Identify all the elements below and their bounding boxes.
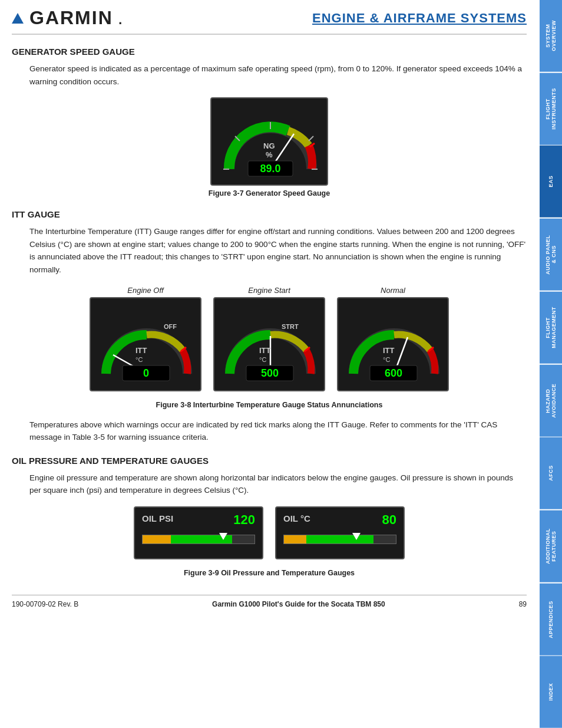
- page-title: ENGINE & AIRFRAME SYSTEMS: [312, 11, 527, 26]
- svg-text:%: %: [266, 150, 273, 159]
- generator-section-title: GENERATOR SPEED GAUGE: [12, 47, 527, 57]
- ng-gauge: NG % 89.0: [210, 97, 328, 186]
- footer-page-number: 89: [519, 600, 527, 608]
- itt-sublabel-0: Engine Off: [127, 286, 163, 295]
- sidebar: SYSTEMOVERVIEW FLIGHTINSTRUMENTS EAS AUD…: [540, 0, 562, 728]
- garmin-logo: GARMIN.: [12, 7, 123, 29]
- itt-sublabel-1: Engine Start: [248, 286, 290, 295]
- itt-gauge-wrapper-2: ITT °C 600: [337, 297, 449, 391]
- oil-temp-gauge: OIL °C 80: [275, 506, 405, 559]
- svg-text:89.0: 89.0: [260, 163, 280, 174]
- svg-text:°C: °C: [135, 356, 143, 363]
- footer-center: Garmin G1000 Pilot's Guide for the Socat…: [212, 600, 385, 608]
- svg-line-3: [309, 136, 313, 141]
- page-footer: 190-00709-02 Rev. B Garmin G1000 Pilot's…: [12, 595, 527, 608]
- itt-gauges-row: Engine Off OFF: [12, 286, 527, 391]
- oil-gauges-row: OIL PSI 120 OIL °C 80: [12, 506, 527, 559]
- svg-text:ITT: ITT: [383, 346, 395, 355]
- svg-text:ITT: ITT: [259, 346, 271, 355]
- oil-psi-bar-bg: [142, 535, 255, 544]
- svg-text:600: 600: [385, 367, 402, 379]
- itt-gauge-wrapper-0: OFF ITT °C 0: [90, 297, 201, 391]
- itt-gauge-engine-off: Engine Off OFF: [90, 286, 201, 391]
- oil-section-body: Engine oil pressure and temperature are …: [29, 472, 527, 497]
- svg-text:°C: °C: [259, 356, 266, 363]
- sidebar-tab-system-overview[interactable]: SYSTEMOVERVIEW: [540, 0, 562, 72]
- itt-section-title: ITT GAUGE: [12, 209, 527, 219]
- itt-gauge-engine-start: Engine Start STRT ITT: [213, 286, 325, 391]
- oil-psi-yellow-zone: [143, 535, 171, 543]
- generator-section-body: Generator speed is indicated as a percen…: [29, 62, 527, 88]
- sidebar-tab-index[interactable]: INDEX: [540, 656, 562, 728]
- itt-gauge-normal: Normal ITT °C: [337, 286, 449, 391]
- oil-temp-label: OIL °C: [283, 513, 310, 523]
- itt-section-body: The Interturbine Temperature (ITT) Gauge…: [29, 225, 527, 276]
- oil-temp-bar-bg: [283, 535, 396, 544]
- svg-text:STRT: STRT: [282, 323, 299, 330]
- svg-text:ITT: ITT: [135, 346, 147, 355]
- oil-psi-needle: [219, 533, 227, 546]
- sidebar-tab-audio-panel[interactable]: AUDIO PANEL& CNS: [540, 219, 562, 291]
- sidebar-tab-additional-features[interactable]: ADDITIONALFEATURES: [540, 510, 562, 582]
- oil-psi-value: 120: [233, 512, 255, 528]
- svg-text:OFF: OFF: [164, 323, 177, 330]
- itt-sublabel-2: Normal: [381, 286, 405, 295]
- itt-figure: Engine Off OFF: [12, 286, 527, 409]
- oil-psi-gauge: OIL PSI 120: [134, 506, 263, 559]
- generator-figure: NG % 89.0 Figure 3-7 Generator Speed Gau…: [12, 97, 527, 197]
- itt-gauge-svg-1: STRT ITT °C 500: [219, 303, 322, 388]
- itt-note: Temperatures above which warnings occur …: [29, 419, 527, 444]
- sidebar-tab-eas[interactable]: EAS: [540, 146, 562, 218]
- sidebar-tab-appendices[interactable]: APPENDICES: [540, 584, 562, 655]
- oil-psi-label: OIL PSI: [142, 513, 173, 523]
- itt-figure-caption: Figure 3-8 Interturbine Temperature Gaug…: [12, 401, 527, 409]
- sidebar-tab-flight-management[interactable]: FLIGHTMANAGEMENT: [540, 292, 562, 364]
- garmin-logo-text: GARMIN: [29, 7, 113, 29]
- sidebar-tab-afcs[interactable]: AFCS: [540, 437, 562, 509]
- oil-temp-green-zone: [306, 535, 373, 543]
- oil-figure: OIL PSI 120 OIL °C 80: [12, 506, 527, 577]
- oil-temp-needle: [352, 533, 361, 546]
- oil-psi-needle-tri: [219, 533, 227, 540]
- oil-section-title: OIL PRESSURE AND TEMPERATURE GAUGES: [12, 456, 527, 466]
- oil-temp-needle-tri: [352, 533, 361, 540]
- page-header: GARMIN. ENGINE & AIRFRAME SYSTEMS: [12, 0, 527, 35]
- logo-area: GARMIN.: [12, 7, 123, 29]
- sidebar-tab-hazard-avoidance[interactable]: HAZARDAVOIDANCE: [540, 365, 562, 437]
- oil-psi-bar-area: [142, 533, 255, 551]
- svg-text:NG: NG: [263, 141, 275, 150]
- svg-text:°C: °C: [383, 356, 390, 363]
- ng-gauge-svg: NG % 89.0: [217, 104, 323, 181]
- itt-gauge-svg-2: ITT °C 600: [343, 303, 445, 388]
- oil-temp-value: 80: [382, 512, 396, 528]
- generator-figure-caption: Figure 3-7 Generator Speed Gauge: [12, 189, 527, 197]
- main-content: GARMIN. ENGINE & AIRFRAME SYSTEMS GENERA…: [0, 0, 538, 620]
- itt-gauge-svg-0: OFF ITT °C 0: [95, 303, 198, 388]
- oil-temp-bar-area: [283, 533, 396, 551]
- svg-text:0: 0: [143, 367, 149, 379]
- oil-temp-yellow-zone: [284, 535, 306, 543]
- oil-figure-caption: Figure 3-9 Oil Pressure and Temperature …: [12, 569, 527, 577]
- footer-left: 190-00709-02 Rev. B: [12, 600, 78, 608]
- garmin-triangle-icon: [12, 13, 24, 24]
- itt-gauge-wrapper-1: STRT ITT °C 500: [213, 297, 325, 391]
- svg-text:500: 500: [261, 367, 279, 379]
- sidebar-tab-flight-instruments[interactable]: FLIGHTINSTRUMENTS: [540, 73, 562, 145]
